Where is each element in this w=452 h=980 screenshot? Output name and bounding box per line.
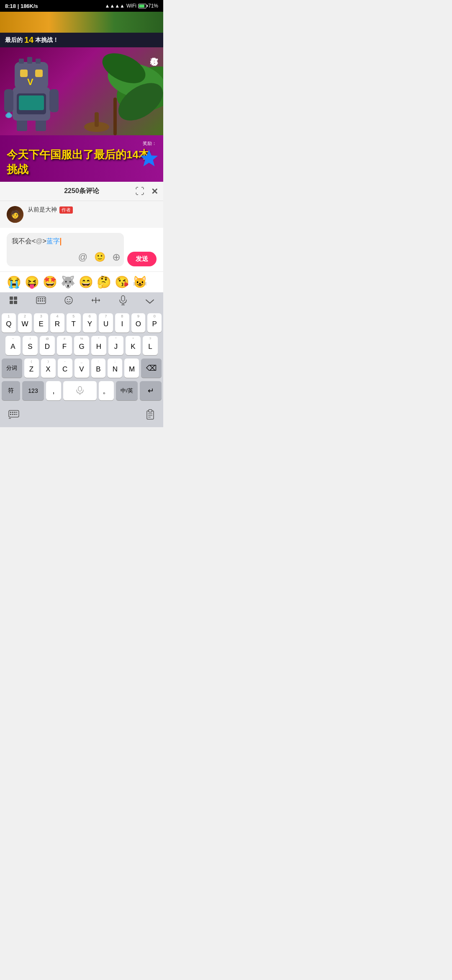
key-y[interactable]: 6Y	[83, 313, 97, 333]
key-x[interactable]: )X	[41, 358, 56, 378]
status-icons: ▲▲▲▲ WiFi 71%	[105, 3, 158, 9]
svg-rect-31	[38, 300, 39, 302]
svg-rect-52	[10, 414, 11, 415]
svg-rect-43	[121, 296, 125, 301]
key-t[interactable]: 5T	[67, 313, 81, 333]
battery-icon	[138, 4, 146, 8]
emoji-stars[interactable]: 🤩	[43, 275, 57, 289]
battery-percent: 71%	[148, 3, 158, 9]
bottom-bar	[0, 406, 163, 427]
svg-rect-12	[27, 57, 32, 64]
comments-count: 2250条评论	[64, 187, 99, 196]
robot-figure: V	[4, 54, 59, 129]
key-q[interactable]: 1Q	[2, 313, 16, 333]
key-l[interactable]: ?L	[143, 336, 158, 355]
key-delete[interactable]: ⌫	[141, 358, 162, 378]
svg-rect-30	[42, 298, 43, 299]
svg-rect-50	[12, 412, 13, 413]
key-s[interactable]: !S	[23, 336, 38, 355]
svg-rect-9	[35, 70, 43, 77]
plant-bg	[74, 47, 164, 135]
svg-rect-28	[38, 298, 39, 299]
key-w[interactable]: 2W	[18, 313, 32, 333]
emoji-tongue[interactable]: 😝	[25, 275, 39, 289]
key-f[interactable]: #F	[57, 336, 72, 355]
toolbar-emoji-button[interactable]	[64, 296, 73, 307]
emoji-cat[interactable]: 😺	[133, 275, 147, 289]
toolbar-mic-button[interactable]	[119, 295, 127, 308]
emoji-kiss[interactable]: 😘	[115, 275, 129, 289]
key-j[interactable]: "J	[108, 336, 123, 355]
close-button[interactable]: ✕	[151, 186, 158, 196]
toolbar-chevron-button[interactable]	[145, 296, 154, 307]
key-v[interactable]: _V	[74, 358, 89, 378]
emoji-grin[interactable]: 😄	[79, 275, 93, 289]
key-k[interactable]: *K	[126, 336, 141, 355]
emoji-icon[interactable]: 🙂	[94, 252, 105, 263]
signal-icon: ▲▲▲▲	[105, 3, 125, 9]
svg-rect-54	[14, 414, 15, 415]
key-n[interactable]: ;N	[108, 358, 122, 378]
avatar: 🧑	[7, 206, 23, 223]
toolbar-grid-button[interactable]	[9, 296, 18, 307]
at-icon[interactable]: @	[78, 252, 87, 263]
svg-marker-41	[99, 299, 100, 302]
key-i[interactable]: 8I	[115, 313, 129, 333]
key-period[interactable]: 。	[99, 381, 114, 400]
input-text: 我不会<@>蓝字	[12, 237, 61, 245]
send-button[interactable]: 发送	[127, 252, 157, 266]
svg-rect-6	[49, 89, 59, 112]
status-bar: 8:18 | 186K/s ▲▲▲▲ WiFi 71%	[0, 0, 163, 12]
keyboard-toolbar	[0, 292, 163, 311]
banner-bottom-text: 今天下午国服出了最后的14本挑战	[7, 147, 157, 177]
svg-rect-55	[16, 412, 17, 413]
svg-rect-4	[19, 95, 44, 110]
key-e[interactable]: 3E	[34, 313, 48, 333]
banner-content: V	[0, 47, 163, 135]
svg-rect-8	[20, 70, 28, 77]
key-h[interactable]: "H	[91, 336, 106, 355]
author-badge: 作者	[59, 206, 73, 214]
svg-rect-23	[10, 297, 13, 300]
key-123[interactable]: 123	[22, 381, 44, 400]
keyboard-switch-button[interactable]	[8, 410, 19, 422]
svg-rect-25	[10, 301, 13, 304]
toolbar-keyboard-button[interactable]	[36, 296, 46, 307]
svg-rect-35	[44, 300, 45, 302]
svg-rect-26	[14, 301, 17, 304]
key-fenci[interactable]: 分词	[2, 358, 22, 378]
key-p[interactable]: 0P	[147, 313, 162, 333]
key-o[interactable]: 9O	[131, 313, 146, 333]
expand-button[interactable]: ⛶	[135, 186, 144, 197]
emoji-crying[interactable]: 😭	[7, 275, 21, 289]
comment-input[interactable]: 我不会<@>蓝字 @ 🙂 ⊕	[7, 233, 124, 266]
key-d[interactable]: @D	[40, 336, 55, 355]
key-a[interactable]: ~A	[5, 336, 21, 355]
emoji-think[interactable]: 🤔	[97, 275, 111, 289]
key-r[interactable]: 4R	[50, 313, 64, 333]
keyboard-row-2: ~A !S @D #F %G "H "J *K ?L	[2, 336, 162, 355]
key-b[interactable]: :B	[91, 358, 106, 378]
svg-rect-29	[40, 298, 41, 299]
key-c[interactable]: -C	[58, 358, 72, 378]
key-fu[interactable]: 符	[2, 381, 20, 400]
add-icon[interactable]: ⊕	[112, 251, 121, 263]
key-space[interactable]	[63, 381, 97, 400]
svg-point-39	[69, 299, 70, 300]
key-g[interactable]: %G	[74, 336, 89, 355]
clipboard-button[interactable]	[146, 409, 155, 423]
emoji-wolf[interactable]: 🐺	[61, 275, 75, 289]
toolbar-cursor-button[interactable]	[91, 296, 101, 307]
game-banner-main: 最后的 14 本挑战！	[0, 33, 163, 182]
comments-header: 2250条评论 ⛶ ✕	[0, 182, 163, 201]
key-comma[interactable]: ,	[46, 381, 61, 400]
key-m[interactable]: M	[124, 358, 139, 378]
svg-rect-34	[44, 298, 45, 299]
comment-name: 从前是大神	[28, 206, 57, 214]
key-z[interactable]: (Z	[24, 358, 39, 378]
key-zh-en[interactable]: 中/英	[116, 381, 138, 400]
key-return[interactable]: ↵	[140, 381, 162, 400]
key-u[interactable]: 7U	[99, 313, 113, 333]
comments-panel: 2250条评论 ⛶ ✕ 🧑 从前是大神 作者	[0, 182, 163, 228]
comment-meta: 从前是大神 作者	[28, 206, 73, 214]
